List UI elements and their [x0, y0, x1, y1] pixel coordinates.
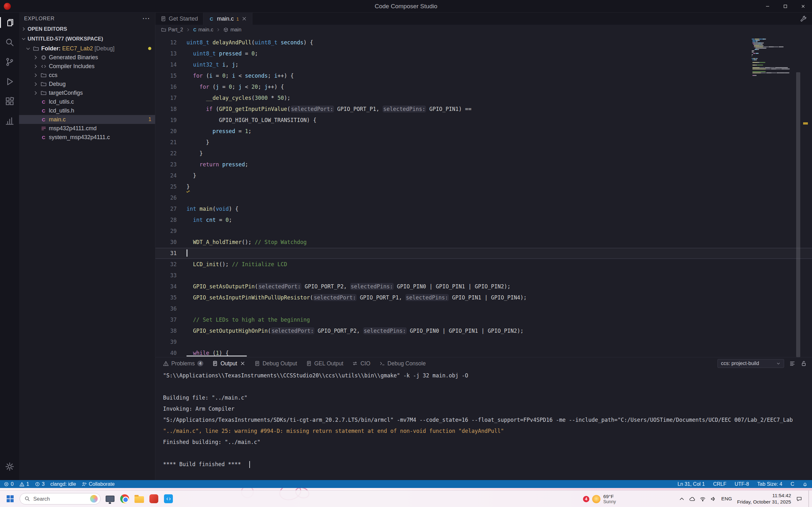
tree-item-generated-binaries[interactable]: Generated Binaries [19, 53, 155, 62]
panel-tab-debug-output[interactable]: Debug Output [250, 357, 302, 370]
notifications-bell[interactable] [803, 482, 808, 487]
taskbar-app-file-explorer[interactable] [132, 492, 146, 506]
code-line-28[interactable]: 28 int cnt = 0; [155, 215, 812, 226]
panel-tab-problems[interactable]: Problems4 [159, 357, 208, 370]
code-line-24[interactable]: 24 } [155, 170, 812, 181]
panel-tab-output[interactable]: Output [208, 357, 250, 370]
output-console[interactable]: "S:\\Applications\\TexasInstruments\\CCS… [155, 370, 812, 470]
panel-tab-gel-output[interactable]: GEL Output [302, 357, 348, 370]
tab-main-c[interactable]: Cmain.c1 [203, 13, 252, 25]
minimap[interactable] [751, 38, 791, 86]
tab-size-indicator[interactable]: Tab Size: 4 [757, 481, 782, 487]
show-desktop-button[interactable] [809, 491, 811, 507]
code-line-31[interactable]: 31 [155, 248, 812, 259]
code-line-22[interactable]: 22 } [155, 148, 812, 159]
problems-infos[interactable]: 3 [35, 481, 45, 487]
close-icon[interactable] [240, 360, 246, 366]
tree-item-lcd-utils-h[interactable]: Clcd_utils.h [19, 106, 155, 115]
start-button[interactable] [3, 492, 17, 506]
panel-tab-debug-console[interactable]: Debug Console [375, 357, 430, 370]
clear-output-icon[interactable] [789, 360, 796, 367]
code-line-29[interactable]: 29 [155, 226, 812, 237]
output-channel-select[interactable]: ccs: project-build [717, 359, 784, 368]
maximize-button[interactable] [776, 0, 794, 13]
tree-item-compiler-includes[interactable]: Compiler Includes [19, 62, 155, 71]
code-line-37[interactable]: 37 // Set LEDs to high at the beginning [155, 314, 812, 326]
encoding-indicator[interactable]: UTF-8 [734, 481, 749, 487]
code-line-13[interactable]: 13 uint8_t pressed = 0; [155, 48, 812, 59]
activity-search[interactable] [0, 32, 19, 52]
tree-item-debug[interactable]: Debug [19, 79, 155, 89]
activity-settings[interactable] [0, 457, 19, 476]
code-line-14[interactable]: 14 uint32_t i, j; [155, 59, 812, 70]
code-line-19[interactable]: 19 GPIO_HIGH_TO_LOW_TRANSITION) { [155, 115, 812, 126]
tray-expand-icon[interactable] [679, 496, 685, 502]
code-line-21[interactable]: 21 } [155, 137, 812, 148]
panel-tab-cio[interactable]: CIO [348, 357, 374, 370]
code-line-23[interactable]: 23 return pressed; [155, 159, 812, 170]
tree-item-main-c[interactable]: Cmain.c1 [19, 115, 155, 124]
language-mode[interactable]: C [791, 481, 794, 487]
open-editors-section[interactable]: OPEN EDITORS [19, 24, 155, 34]
code-line-27[interactable]: 27int main(void) { [155, 204, 812, 215]
collaborate[interactable]: Collaborate [82, 481, 115, 487]
tree-item-system-msp432p4111-c[interactable]: Csystem_msp432p4111.c [19, 133, 155, 142]
breadcrumb-main[interactable]: main [223, 27, 241, 33]
workspace-section[interactable]: UNTITLED-577 (WORKSPACE) [19, 34, 155, 44]
code-line-35[interactable]: 35 GPIO_setAsInputPinWithPullUpResistor(… [155, 292, 812, 303]
clangd-status[interactable]: clangd: idle [50, 481, 76, 487]
tools-wrench-icon[interactable] [800, 15, 807, 22]
network-icon[interactable] [700, 496, 706, 502]
tree-item-lcd-utils-c[interactable]: Clcd_utils.c [19, 97, 155, 106]
breadcrumb-main-c[interactable]: Cmain.c [193, 27, 213, 33]
code-line-15[interactable]: 15 for (i = 0; i < seconds; i++) { [155, 70, 812, 81]
code-line-38[interactable]: 38 GPIO_setOutputHighOnPin(selectedPort:… [155, 326, 812, 337]
code-line-18[interactable]: 18 if (GPIO_getInputPinValue(selectedPor… [155, 104, 812, 115]
more-actions-button[interactable]: ⋯ [142, 17, 150, 20]
breadcrumb-part-2[interactable]: Part_2 [161, 27, 183, 33]
code-line-39[interactable]: 39 [155, 337, 812, 348]
code-line-33[interactable]: 33 [155, 270, 812, 281]
close-icon[interactable] [241, 16, 247, 21]
editor-scrollbar[interactable] [796, 72, 800, 357]
volume-icon[interactable] [710, 496, 716, 502]
tree-item-targetconfigs[interactable]: targetConfigs [19, 89, 155, 97]
onedrive-icon[interactable] [689, 496, 695, 502]
taskbar-app-system-monitor[interactable] [103, 492, 117, 506]
code-line-40[interactable]: 40 while (1) { [155, 348, 812, 357]
code-editor[interactable]: 12uint8_t delayAndPull(uint8_t seconds) … [155, 35, 812, 357]
code-line-26[interactable]: 26 [155, 192, 812, 204]
code-line-36[interactable]: 36 [155, 303, 812, 314]
tree-item-msp432p4111-cmd[interactable]: msp432p4111.cmd [19, 124, 155, 133]
weather-widget[interactable]: 4 69°F Sunny [583, 491, 616, 507]
close-button[interactable] [794, 0, 812, 13]
action-center-icon[interactable] [796, 496, 802, 502]
code-line-25[interactable]: 25} [155, 181, 812, 192]
tab-get-started[interactable]: Get Started [155, 13, 203, 25]
code-line-20[interactable]: 20 pressed = 1; [155, 126, 812, 137]
cursor-position[interactable]: Ln 31, Col 1 [677, 481, 705, 487]
code-line-16[interactable]: 16 for (j = 0; j < 20; j++) { [155, 81, 812, 93]
code-line-12[interactable]: 12uint8_t delayAndPull(uint8_t seconds) … [155, 37, 812, 48]
activity-analysis[interactable] [0, 111, 19, 130]
taskbar-app-red-app[interactable] [147, 492, 161, 506]
tree-item-ccs[interactable]: ccs [19, 71, 155, 79]
tree-item-eec7-lab2[interactable]: Folder: EEC7_Lab2 [Debug] [19, 44, 155, 53]
input-language[interactable]: ENG [721, 496, 732, 502]
problems-warnings[interactable]: 1 [19, 481, 29, 487]
code-line-34[interactable]: 34 GPIO_setAsOutputPin(selectedPort: GPI… [155, 281, 812, 292]
activity-run-debug[interactable] [0, 72, 19, 91]
taskbar-search[interactable]: Search [20, 493, 101, 504]
activity-source-control[interactable] [0, 52, 19, 72]
problems-errors[interactable]: 0 [4, 481, 14, 487]
activity-extensions[interactable] [0, 91, 19, 111]
scroll-lock-icon[interactable] [801, 360, 807, 367]
taskbar-app-vscode[interactable] [161, 492, 175, 506]
activity-explorer[interactable] [0, 13, 19, 32]
eol-indicator[interactable]: CRLF [713, 481, 726, 487]
code-line-32[interactable]: 32 LCD_init(); // Initialize LCD [155, 259, 812, 270]
minimize-button[interactable] [759, 0, 776, 13]
code-line-30[interactable]: 30 WDT_A_holdTimer(); // Stop Watchdog [155, 237, 812, 248]
taskbar-clock[interactable]: 11:54:42 Friday, October 31, 2025 [737, 493, 791, 505]
code-line-17[interactable]: 17 __delay_cycles(3000 * 50); [155, 93, 812, 104]
